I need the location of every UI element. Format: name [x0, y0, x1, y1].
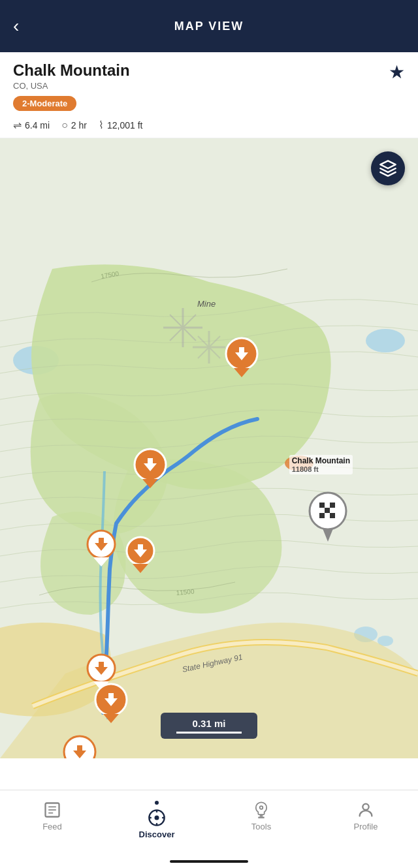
feed-icon: [43, 801, 61, 819]
elevation-stat: ⌇ 12,001 ft: [99, 119, 143, 131]
tools-icon: [252, 801, 270, 819]
nav-active-dot: [155, 801, 159, 805]
bottom-nav: Feed Discover Tools Profile: [0, 790, 418, 868]
chalk-mountain-label-text: Chalk Mountain: [292, 456, 350, 465]
svg-rect-43: [319, 508, 325, 513]
destination-pin[interactable]: [308, 491, 348, 544]
distance-stat: ⇌ 6.4 mi: [13, 119, 50, 131]
svg-rect-46: [319, 513, 325, 518]
chalk-mountain-elevation-text: 11808 ft: [292, 465, 350, 473]
waypoint-pin-2[interactable]: [133, 448, 167, 491]
back-button[interactable]: ‹: [13, 16, 19, 37]
scale-text: 0.31 mi: [193, 718, 226, 729]
clock-icon: ○: [61, 119, 68, 131]
nav-item-profile[interactable]: Profile: [314, 798, 418, 831]
elevation-value: 12,001 ft: [107, 120, 143, 131]
svg-point-63: [362, 804, 368, 810]
favorite-button[interactable]: ★: [389, 61, 405, 83]
svg-text:Mine: Mine: [197, 299, 216, 309]
duration-value: 2 hr: [71, 120, 87, 131]
distance-icon: ⇌: [13, 119, 22, 131]
trail-name-group: Chalk Mountain CO, USA: [13, 61, 130, 91]
nav-label-tools: Tools: [251, 822, 271, 831]
trail-name: Chalk Mountain: [13, 61, 130, 80]
nav-label-discover: Discover: [139, 829, 175, 839]
trail-location: CO, USA: [13, 81, 130, 91]
trail-name-row: Chalk Mountain CO, USA ★: [13, 61, 405, 91]
waypoint-pin-1[interactable]: [225, 337, 259, 380]
svg-point-55: [155, 816, 159, 820]
scale-bar: 0.31 mi: [161, 713, 257, 739]
waypoint-pin-3[interactable]: [86, 529, 117, 569]
profile-icon: [357, 801, 375, 819]
svg-marker-25: [93, 557, 109, 566]
svg-marker-28: [133, 564, 148, 573]
svg-point-62: [260, 806, 263, 809]
svg-rect-48: [330, 513, 335, 518]
svg-rect-47: [325, 513, 330, 518]
waypoint-pin-6[interactable]: [94, 683, 128, 726]
nav-item-discover[interactable]: Discover: [104, 798, 209, 839]
distance-value: 6.4 mi: [25, 120, 50, 131]
difficulty-badge: 2-Moderate: [13, 96, 76, 111]
svg-rect-40: [319, 503, 325, 508]
svg-marker-34: [103, 714, 119, 723]
discover-icon: [148, 809, 166, 827]
map-container[interactable]: 17500 11500 State Highway 91 Mine: [0, 138, 418, 758]
waypoint-pin-7[interactable]: [63, 735, 97, 758]
svg-marker-49: [323, 529, 333, 542]
chalk-mountain-map-label: Chalk Mountain 11808 ft: [289, 455, 353, 474]
nav-label-feed: Feed: [42, 822, 62, 831]
nav-item-tools[interactable]: Tools: [209, 798, 314, 831]
svg-rect-45: [330, 508, 335, 513]
nav-label-profile: Profile: [354, 822, 378, 831]
duration-stat: ○ 2 hr: [61, 119, 87, 131]
header-title: MAP VIEW: [174, 20, 244, 33]
waypoint-pin-4[interactable]: [125, 535, 156, 576]
svg-rect-41: [325, 503, 330, 508]
svg-marker-19: [234, 368, 249, 377]
elevation-icon: ⌇: [99, 119, 104, 131]
header: ‹ MAP VIEW: [0, 0, 418, 52]
layer-button[interactable]: [371, 151, 405, 185]
scale-line: [176, 732, 242, 734]
svg-rect-42: [330, 503, 335, 508]
svg-point-2: [366, 329, 405, 352]
home-indicator: [170, 860, 248, 863]
trail-stats: ⇌ 6.4 mi ○ 2 hr ⌇ 12,001 ft: [13, 119, 405, 131]
nav-item-feed[interactable]: Feed: [0, 798, 104, 831]
svg-rect-44: [325, 508, 330, 513]
trail-info-panel: Chalk Mountain CO, USA ★ 2-Moderate ⇌ 6.…: [0, 52, 418, 138]
svg-marker-22: [142, 479, 158, 488]
